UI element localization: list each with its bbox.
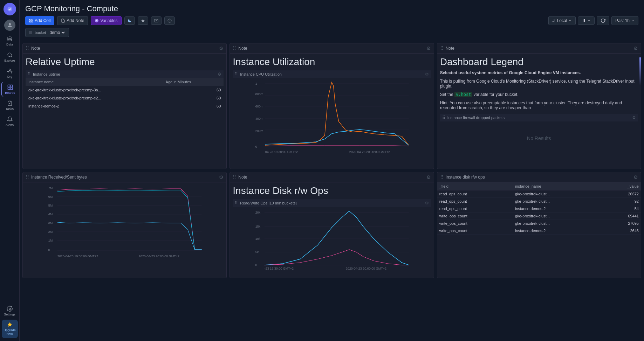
pause-button[interactable]: [578, 16, 595, 25]
add-note-icon: [61, 19, 65, 23]
cpu-subpanel-header: ⠿ Instance CPU Utilization ⚙: [233, 70, 431, 78]
disk-ops-content: Instance Disk r/w Ops ⠿ Read/Write Ops […: [230, 182, 433, 278]
refresh-button[interactable]: [597, 16, 609, 25]
sidebar-item-tasks[interactable]: Tasks: [1, 98, 18, 113]
relative-uptime-gear-icon[interactable]: ⚙: [219, 46, 224, 51]
field-cell: write_ops_count: [437, 213, 513, 220]
field-cell: read_ops_count: [437, 198, 513, 205]
svg-text:200m: 200m: [255, 129, 263, 133]
drag-handle[interactable]: ⠿: [26, 46, 29, 51]
cpu-gear-icon[interactable]: ⚙: [425, 72, 429, 77]
svg-text:2020-04-23 20:00:00 GMT+2: 2020-04-23 20:00:00 GMT+2: [139, 255, 179, 258]
svg-text:800m: 800m: [255, 92, 263, 96]
disk-table-header: ⠿ Instance disk r/w ops ⚙: [437, 172, 641, 182]
utilization-panel-title: Note: [238, 46, 424, 51]
disk-ops-gear-icon[interactable]: ⚙: [426, 174, 431, 180]
field-cell: read_ops_count: [437, 190, 513, 198]
sidebar-item-alerts-label: Alerts: [6, 123, 14, 127]
star-button[interactable]: [138, 16, 148, 25]
svg-rect-7: [8, 85, 10, 87]
svg-text:400m: 400m: [255, 117, 263, 120]
variable-value-select[interactable]: demo: [48, 30, 66, 35]
svg-text:15k: 15k: [255, 225, 261, 228]
disk-table-gear-icon[interactable]: ⚙: [633, 174, 638, 180]
recv-drag-handle[interactable]: ⠿: [26, 174, 29, 180]
value-cell: 92: [604, 198, 641, 205]
col-instance-name: Instance name: [26, 78, 163, 86]
dashboard: ⠿ Note ⚙ Relative Uptime ⠿ Instance upti…: [20, 40, 644, 341]
svg-text:2020-04-23 20:00:00 GMT+2: 2020-04-23 20:00:00 GMT+2: [349, 150, 390, 154]
instance-cell: instance-demos-2: [513, 205, 604, 213]
disk-table-drag[interactable]: ⠿: [440, 174, 444, 180]
time-mode-button[interactable]: Local: [548, 16, 576, 25]
instance-uptime-table: Instance name Age in Minutes gke-proxitr…: [26, 78, 224, 110]
svg-text:0: 0: [255, 263, 257, 267]
svg-text:7M: 7M: [48, 186, 53, 190]
disk-ops-title: Note: [238, 175, 424, 180]
svg-marker-13: [7, 322, 12, 327]
sidebar-item-boards[interactable]: Boards: [1, 82, 18, 97]
svg-rect-8: [10, 85, 12, 87]
email-button[interactable]: [151, 16, 162, 25]
variables-icon: [95, 19, 99, 23]
firewall-subpanel: ⠿ Instance firewall dropped packets ⚙ No…: [440, 114, 638, 155]
add-cell-button[interactable]: Add Cell: [25, 16, 54, 25]
svg-point-0: [7, 7, 12, 11]
legend-drag-handle[interactable]: ⠿: [440, 46, 444, 51]
legend-text3: Hint: You can use also preemptable insta…: [440, 100, 638, 110]
utilization-drag-handle[interactable]: ⠿: [233, 46, 236, 51]
disk-drag-handle[interactable]: ⠿: [233, 174, 236, 180]
value-cell: 2646: [604, 227, 641, 235]
instance-cell: gke-proxitrek-clust...: [513, 190, 604, 198]
sidebar-item-explore-label: Explore: [4, 59, 15, 62]
svg-text:10k: 10k: [255, 237, 261, 241]
list-item: write_ops_countgke-proxitrek-clust...270…: [437, 220, 641, 227]
utilization-gear-icon[interactable]: ⚙: [426, 46, 431, 51]
rw-ops-gear-icon[interactable]: ⚙: [425, 201, 429, 206]
col-instance: instance_name: [513, 182, 604, 190]
received-sent-gear-icon[interactable]: ⚙: [219, 174, 224, 180]
legend-gear-icon[interactable]: ⚙: [633, 46, 638, 51]
svg-rect-23: [583, 19, 583, 22]
sidebar-item-data[interactable]: Data: [1, 34, 18, 48]
sidebar-item-alerts[interactable]: Alerts: [1, 114, 18, 129]
theme-button[interactable]: [124, 16, 135, 25]
list-item: write_ops_countinstance-demos-22646: [437, 227, 641, 235]
svg-text:5M: 5M: [48, 204, 53, 207]
upgrade-button[interactable]: UpgradeNow: [2, 320, 18, 338]
firewall-subpanel-title: Instance firewall dropped packets: [447, 116, 630, 120]
age-cell: 60: [163, 94, 224, 102]
variables-button[interactable]: Variables: [91, 16, 121, 25]
legend-heading: Dashboard Legend: [440, 56, 638, 68]
app-logo[interactable]: [4, 3, 16, 15]
highlight-vhost: v.host: [454, 92, 472, 97]
disk-ops-heading: Instance Disk r/w Ops: [233, 185, 431, 196]
instance-utilization-panel: ⠿ Note ⚙ Instance Utilization ⠿ Instance…: [229, 43, 434, 169]
list-item: read_ops_countgke-proxitrek-clust...92: [437, 198, 641, 205]
instance-uptime-gear-icon[interactable]: ⚙: [218, 72, 221, 77]
svg-rect-16: [30, 21, 31, 22]
sidebar-item-org[interactable]: Org: [1, 66, 18, 81]
time-range-button[interactable]: Past 1h: [611, 16, 638, 25]
instance-name-cell: gke-proxitrek-cluste-proxitrek-preemp-3a…: [26, 86, 163, 94]
legend-note: Dashboard Legend Selected useful system …: [440, 56, 638, 110]
firewall-gear-icon[interactable]: ⚙: [632, 115, 636, 120]
user-avatar[interactable]: [4, 20, 15, 31]
disk-ops-panel: ⠿ Note ⚙ Instance Disk r/w Ops ⠿ Read/Wr…: [229, 172, 434, 278]
add-note-button[interactable]: Add Note: [57, 16, 88, 25]
sidebar-item-settings[interactable]: Settings: [1, 304, 18, 318]
email-icon: [154, 19, 158, 23]
page-title: GCP Monitoring - Compute: [25, 4, 638, 13]
svg-text:2020-04-23 19:30:00 GMT+2: 2020-04-23 19:30:00 GMT+2: [57, 255, 98, 258]
sidebar-item-explore[interactable]: Explore: [1, 50, 18, 64]
main-content: GCP Monitoring - Compute Add Cell Add No…: [20, 0, 644, 341]
sidebar: Data Explore Org Boards Tasks Alerts Set…: [0, 0, 20, 341]
svg-text:6M: 6M: [48, 195, 53, 199]
variable-selector[interactable]: bucket demo: [25, 28, 69, 37]
time-controls: Local Past 1h: [548, 16, 638, 25]
rw-chart-svg: 20k 15k 10k 5k 0: [235, 208, 428, 271]
value-cell: 27095: [604, 220, 641, 227]
sidebar-item-boards-label: Boards: [5, 91, 15, 95]
disk-ops-table-panel: ⠿ Instance disk r/w ops ⚙ _field instanc…: [437, 172, 641, 278]
help-button[interactable]: [164, 16, 175, 25]
